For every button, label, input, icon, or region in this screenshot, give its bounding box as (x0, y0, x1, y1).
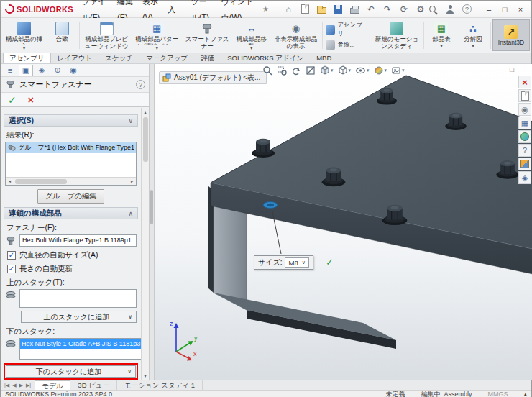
scrollbar-thumb[interactable] (143, 117, 148, 162)
scroll-left-icon[interactable]: ◂ (6, 178, 14, 185)
options-gear-icon[interactable]: ⚙ (415, 4, 426, 15)
open-icon[interactable] (316, 4, 327, 15)
doc-restore-icon[interactable]: □ (510, 65, 514, 73)
rebuild-icon[interactable]: ⟳ (398, 4, 410, 15)
dimxpertmanager-tab[interactable]: ⊕ (50, 65, 65, 76)
size-dropdown[interactable]: M8 ∨ (285, 257, 308, 268)
ribbon-instant3d-button[interactable]: ↗ Instant3D (492, 19, 530, 51)
ribbon-move-component-button[interactable]: ↔ 構成部品移動 ▾ (232, 19, 270, 51)
doc-minimize-icon[interactable]: – (500, 65, 504, 73)
first-tab-icon[interactable]: |◀ (4, 383, 9, 388)
model-tab[interactable]: モデル (35, 380, 70, 390)
edit-appearance-icon[interactable]: ▾ (374, 65, 387, 76)
propertymanager-tab[interactable]: ▣ (19, 65, 33, 76)
panel-vertical-scrollbar[interactable]: ▴ ▾ (141, 108, 149, 380)
last-tab-icon[interactable]: ▶| (26, 383, 31, 388)
splitter-thumb[interactable] (150, 190, 153, 224)
result-group-row[interactable]: グループ*1 (Hex Bolt With Flange Type1 B 118 (6, 142, 136, 153)
ribbon-exploded-view-button[interactable]: ∴ 分解図 ▾ (457, 19, 489, 51)
maximize-button[interactable]: □ (497, 2, 513, 17)
ribbon-assembly-features-button[interactable]: アセンブリ... (326, 21, 370, 38)
view-settings-icon[interactable]: ▾ (391, 65, 405, 76)
auto-size-checkbox[interactable]: ✓ 穴直径の自動サイズ(A) (7, 250, 135, 260)
graphics-area[interactable]: Assy01 (デフォルト) <表... ▾ ▾ (155, 64, 532, 380)
bracket-flange-top-face[interactable] (214, 293, 396, 340)
section-view-icon[interactable] (306, 65, 316, 76)
document-properties-icon[interactable] (518, 89, 531, 102)
ribbon-reference-geometry-button[interactable]: 参照... (326, 40, 370, 50)
3d-views-tab[interactable]: 3D ビュー (70, 380, 117, 390)
hex-bolt[interactable] (252, 139, 275, 158)
add-to-top-stack-dropdown[interactable]: 上のスタックに追加 ∨ (21, 311, 137, 323)
redo-icon[interactable]: ↷ (382, 4, 393, 15)
tab-addins[interactable]: SOLIDWORKS アドイン (221, 53, 310, 63)
appearance-palette-icon[interactable] (518, 158, 531, 170)
pm-cancel-icon[interactable]: × (28, 95, 34, 105)
fastener-value-field[interactable]: Hex Bolt With Flange Type1 B 1189p1 (19, 234, 137, 247)
ribbon-smart-fasteners-button[interactable]: スマートファスナー (182, 19, 232, 51)
ribbon-bill-of-materials-button[interactable]: ▦ 部品表 ▾ (426, 19, 457, 51)
status-expand-icon[interactable]: ▴ (523, 391, 527, 397)
add-to-bottom-stack-dropdown[interactable]: 下のスタックに追加 ∨ (6, 365, 136, 378)
tab-markup[interactable]: マークアップ (139, 53, 194, 63)
coordinate-triad[interactable]: z y x (160, 316, 202, 363)
callout-accept-icon[interactable]: ✓ (326, 257, 334, 268)
view-orientation-icon[interactable]: ▾ (320, 65, 334, 76)
scroll-right-icon[interactable]: ▸ (128, 178, 136, 185)
results-listbox[interactable]: グループ*1 (Hex Bolt With Flange Type1 B 118… (5, 142, 137, 186)
scroll-up-icon[interactable]: ▴ (142, 108, 149, 116)
cancel-command-icon[interactable]: × (518, 76, 531, 88)
document-tab[interactable]: Assy01 (デフォルト) <表... (159, 71, 267, 84)
account-icon[interactable] (444, 4, 456, 15)
quick-help-icon[interactable]: ? (518, 144, 531, 157)
results-horizontal-scrollbar[interactable]: ◂ ▸ (6, 177, 136, 185)
pm-help-icon[interactable]: ? (136, 80, 145, 89)
tab-layout[interactable]: レイアウト (51, 53, 99, 63)
pm-ok-icon[interactable]: ✓ (8, 95, 17, 105)
display-style-icon[interactable]: ▾ (338, 65, 352, 76)
home-icon[interactable]: ⌂ (283, 4, 294, 15)
minimize-button[interactable]: – (481, 2, 497, 17)
ribbon-component-pattern-button[interactable]: ▦ 構成部品パターン(直線パターン) ▾ (132, 19, 182, 51)
top-stack-listbox[interactable] (19, 289, 137, 308)
selection-filter-icon[interactable]: ▦ (518, 117, 531, 129)
close-button[interactable]: × (513, 2, 528, 17)
next-tab-icon[interactable]: ▶ (19, 383, 23, 388)
undo-icon[interactable]: ↶ (365, 4, 377, 15)
tab-assembly[interactable]: アセンブリ (3, 53, 51, 63)
displaymanager-tab[interactable]: ◉ (66, 65, 81, 76)
globe-scene-icon[interactable] (518, 130, 531, 143)
section-selection[interactable]: 選択(S) ∨ (4, 114, 138, 127)
motion-study-tab[interactable]: モーション スタディ 1 (117, 380, 203, 390)
previous-view-icon[interactable] (291, 65, 301, 76)
search-icon[interactable] (426, 4, 438, 15)
view-grid-icon[interactable]: ◈ (518, 171, 531, 184)
auto-length-checkbox[interactable]: ✓ 長さの自動更新 (7, 264, 135, 274)
panel-splitter[interactable] (150, 64, 155, 380)
ribbon-insert-component-button[interactable]: 構成部品の挿入 ▾ (2, 19, 46, 51)
ribbon-new-motion-study-button[interactable]: 新規のモーションスタディ (372, 19, 422, 51)
selected-smart-fastener[interactable] (263, 202, 278, 209)
ribbon-show-hidden-components-button[interactable]: ◉ 非表示構成部品の表示 (270, 19, 321, 51)
zoom-fit-icon[interactable] (262, 65, 272, 76)
save-icon[interactable] (332, 4, 344, 15)
prev-tab-icon[interactable]: ◀ (12, 383, 16, 388)
tab-sketch[interactable]: スケッチ (98, 53, 139, 63)
scroll-down-icon[interactable]: ▾ (142, 372, 149, 380)
3d-model[interactable] (155, 64, 532, 380)
configurationmanager-tab[interactable]: ◈ (35, 65, 49, 76)
new-document-icon[interactable] (299, 4, 311, 15)
bottom-stack-listbox[interactable]: Hex Nut Style 1 Grade A+B JIS B 1181p3+p (19, 338, 141, 360)
bottom-stack-selected-item[interactable]: Hex Nut Style 1 Grade A+B JIS B 1181p3+p (20, 339, 141, 349)
featuremanager-tab[interactable]: ≡ (3, 65, 17, 76)
print-icon[interactable] (349, 4, 360, 15)
visibility-eye-icon[interactable]: ◉ (518, 103, 531, 116)
pin-menu-icon[interactable]: ★ (259, 5, 272, 13)
help-icon[interactable]: ? (462, 4, 472, 14)
hide-show-items-icon[interactable]: ▾ (355, 65, 370, 76)
ribbon-component-preview-window-button[interactable]: 構成部品プレビューウィンドウ (81, 19, 132, 51)
ribbon-mate-button[interactable]: 合致 (46, 19, 78, 51)
scrollbar-thumb[interactable] (15, 179, 67, 184)
tab-mbd[interactable]: MBD (310, 53, 338, 63)
tab-evaluate[interactable]: 評価 (194, 53, 221, 63)
